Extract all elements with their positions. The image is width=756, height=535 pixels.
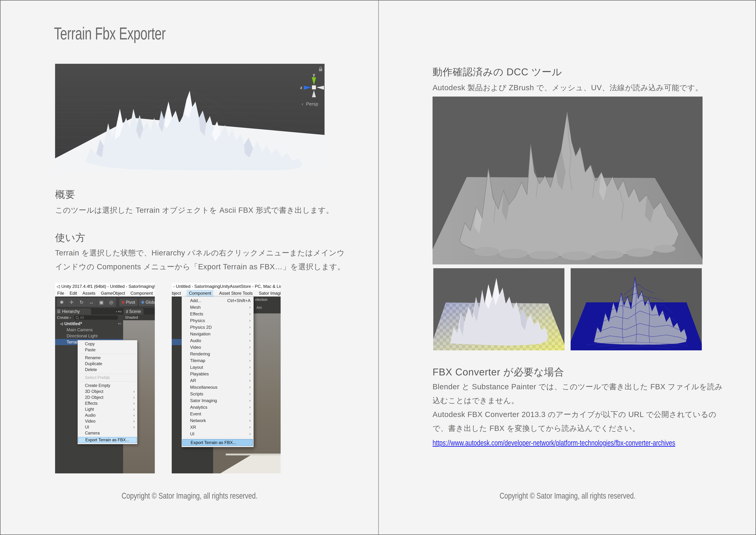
rect-tool-button[interactable]: ▣ [96, 298, 106, 307]
scene-tabstrip: ♯ Scene [123, 308, 155, 315]
menu-item[interactable]: 2D Object› [78, 394, 137, 401]
submenu-arrow-icon: › [249, 418, 251, 423]
lock-icon[interactable] [319, 69, 322, 71]
tab-hierarchy[interactable]: ☰ Hierarchy [55, 308, 91, 315]
menu-item[interactable]: Rendering› [182, 351, 254, 357]
menu-item[interactable]: Video› [182, 344, 254, 351]
submenu-arrow-icon: › [249, 345, 251, 350]
hierarchy-tabstrip: ☰ Hierarchy ▪ ▾≡ [55, 308, 123, 315]
rotate-tool-button[interactable]: ↻ [77, 298, 87, 307]
submenu-arrow-icon: › [249, 378, 251, 383]
menubar-item[interactable]: File [57, 291, 64, 296]
submenu-arrow-icon: › [249, 332, 251, 336]
menu-item[interactable]: 3D Object› [78, 388, 137, 394]
menu-item[interactable]: Copy [78, 341, 137, 347]
menu-item-label: Video [190, 345, 201, 350]
menu-item[interactable]: Duplicate [78, 361, 137, 367]
scale-tool-icon: ↔ [89, 299, 94, 305]
menu-item[interactable]: Export Terrain as FBX... [78, 437, 137, 443]
menubar-item[interactable]: Object [172, 291, 181, 296]
menubar-item[interactable]: GameObject [101, 291, 125, 296]
globe-icon [141, 301, 144, 304]
menu-item[interactable]: Light› [78, 407, 137, 412]
menu-item[interactable]: Tilemap› [182, 357, 254, 364]
menu-item[interactable]: Playables› [182, 371, 254, 377]
fbx-converter-archives-link[interactable]: https://www.autodesk.com/developer-netwo… [433, 438, 675, 447]
panel-fragment-label: Ani [256, 305, 262, 310]
window-title: Unity 2017.4.4f1 (64bit) - Untitled - Sa… [61, 284, 155, 289]
gizmo-cube[interactable] [312, 85, 316, 89]
tab-scene[interactable]: ♯ Scene [123, 308, 144, 315]
menu-item[interactable]: Audio› [182, 337, 254, 344]
move-tool-icon: ✛ [70, 299, 74, 305]
hierarchy-item[interactable]: Directional Light [55, 333, 123, 339]
menu-item[interactable]: Delete [78, 367, 137, 373]
menubar-item[interactable]: Edit [70, 291, 77, 296]
hand-tool-icon: ✱ [60, 299, 64, 305]
main-menubar: FileEditAssetsGameObjectComponentAsset S… [55, 290, 155, 296]
menu-item[interactable]: UI› [182, 431, 254, 437]
search-input[interactable]: All [74, 315, 118, 320]
menu-item[interactable]: Network› [182, 417, 254, 424]
menu-item[interactable]: Video› [78, 418, 137, 424]
fbx-converter-body: Blender と Substance Painter では、このツールで書き出… [433, 380, 723, 435]
unity-scene-screenshot: y z ‹ Persp [55, 64, 325, 172]
menu-separator [80, 381, 135, 382]
menu-item[interactable]: Scripts› [182, 390, 254, 397]
menubar-item[interactable]: Sator Imaging [259, 291, 281, 296]
menu-item[interactable]: Effects› [78, 401, 137, 407]
menu-item[interactable]: Create Empty [78, 382, 137, 388]
global-toggle-button[interactable]: Globa [139, 298, 155, 306]
fbx-line-1: Blender と Substance Painter では、このツールで書き出… [433, 380, 723, 394]
menubar-item[interactable]: Asset Store Tools [219, 291, 253, 296]
pivot-toggle-button[interactable]: Pivot [119, 298, 138, 306]
submenu-arrow-icon: › [133, 389, 135, 394]
menu-item[interactable]: Effects› [182, 311, 254, 317]
menu-item[interactable]: AR› [182, 377, 254, 384]
scale-tool-button[interactable]: ↔ [87, 298, 96, 307]
menu-item-label: Paste [85, 348, 95, 352]
menu-item[interactable]: Paste [78, 347, 137, 353]
menu-item[interactable]: Sator Imaging› [182, 397, 254, 404]
tool-group: ✱ ✛ ↻ ↔ ▣ ◎ [57, 298, 116, 307]
move-tool-button[interactable]: ✛ [67, 298, 77, 307]
panel-options-icon[interactable]: ▪ ▾≡ [116, 309, 122, 314]
menubar-item[interactable]: Component [130, 291, 153, 296]
overview-body: このツールは選択した Terrain オブジェクトを Ascii FBX 形式で… [55, 203, 334, 217]
submenu-arrow-icon: › [249, 398, 251, 403]
shaded-dropdown[interactable]: Shaded [123, 315, 155, 320]
menu-item[interactable]: Analytics› [182, 404, 254, 410]
menu-item[interactable]: Audio› [78, 412, 137, 418]
menu-item[interactable]: Event› [182, 410, 254, 417]
menu-item[interactable]: Camera [78, 430, 137, 436]
menu-item[interactable]: UI› [78, 424, 137, 430]
submenu-arrow-icon: › [249, 365, 251, 370]
submenu-arrow-icon: › [133, 407, 135, 412]
menu-item[interactable]: Physics› [182, 317, 254, 324]
menu-item[interactable]: Layout› [182, 364, 254, 371]
menu-item[interactable]: Rename [78, 355, 137, 361]
context-menu: CopyPasteRenameDuplicateDeleteSelect Pre… [78, 340, 137, 444]
copyright-text: Copyright © Sator Imaging, all rights re… [500, 491, 635, 501]
menu-item[interactable]: XR› [182, 424, 254, 431]
hierarchy-item[interactable]: Main Camera [55, 327, 123, 333]
menu-item[interactable]: Add...Ctrl+Shift+A [182, 297, 254, 304]
persp-label[interactable]: Persp [306, 101, 318, 107]
menu-item[interactable]: Export Terrain as FBX... [182, 439, 253, 446]
fbx-line-3: Autodesk FBX Converter 2013.3 のアーカイブが以下の… [433, 408, 723, 421]
hierarchy-item[interactable]: ◁Untitled*▾≡ [55, 321, 123, 327]
transform-tool-button[interactable]: ◎ [106, 298, 116, 307]
menubar-item[interactable]: Component [187, 290, 213, 296]
pivot-icon [122, 301, 124, 303]
create-button[interactable]: Create▾ [57, 315, 71, 320]
menu-item[interactable]: Mesh› [182, 304, 254, 311]
copyright-text: Copyright © Sator Imaging, all rights re… [122, 491, 257, 501]
menu-item[interactable]: Miscellaneous› [182, 384, 254, 390]
menu-item[interactable]: Physics 2D› [182, 324, 254, 330]
editor-toolbar: ✱ ✛ ↻ ↔ ▣ ◎ Pivot Globa [55, 296, 155, 308]
left-panel-fragment [172, 296, 182, 473]
hand-tool-button[interactable]: ✱ [57, 298, 67, 307]
menu-item[interactable]: Navigation› [182, 330, 254, 337]
caret-down-icon: ▾ [69, 316, 71, 319]
menubar-item[interactable]: Assets [82, 291, 95, 296]
